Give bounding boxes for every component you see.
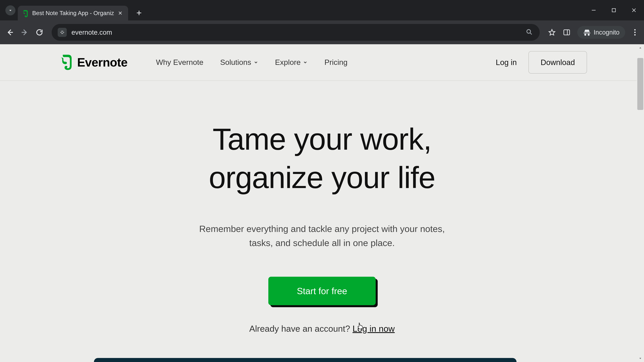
- svg-rect-0: [612, 8, 616, 12]
- incognito-label: Incognito: [594, 29, 620, 36]
- cta-wrap: Start for free: [268, 277, 376, 305]
- chevron-down-icon: [303, 60, 308, 65]
- svg-point-4: [634, 32, 636, 33]
- scroll-up-icon[interactable]: [636, 44, 644, 52]
- chevron-down-icon: [254, 60, 258, 65]
- window-close-button[interactable]: [624, 0, 644, 20]
- hero-heading: Tame your work, organize your life: [0, 120, 644, 197]
- window-maximize-button[interactable]: [604, 0, 624, 20]
- hero-sub-line1: Remember everything and tackle any proje…: [199, 224, 445, 234]
- nav-label: Explore: [275, 58, 301, 67]
- nav-explore[interactable]: Explore: [275, 58, 308, 67]
- forward-button[interactable]: [19, 26, 30, 38]
- nav-solutions[interactable]: Solutions: [220, 58, 258, 67]
- window-controls: [584, 0, 644, 20]
- svg-point-3: [634, 29, 636, 30]
- hero-image-peek: [94, 358, 516, 362]
- window-minimize-button[interactable]: [584, 0, 604, 20]
- evernote-logo[interactable]: Evernote: [59, 54, 128, 70]
- page-viewport: Evernote Why Evernote Solutions Explore …: [0, 44, 644, 362]
- url-text: evernote.com: [72, 29, 521, 36]
- hero-line1: Tame your work,: [212, 122, 431, 156]
- new-tab-button[interactable]: [135, 9, 143, 17]
- logo-text: Evernote: [77, 55, 128, 69]
- scroll-track[interactable]: [636, 52, 644, 355]
- nav-pricing[interactable]: Pricing: [324, 58, 348, 67]
- already-prefix: Already have an account?: [249, 324, 352, 334]
- reload-button[interactable]: [34, 26, 45, 38]
- main-nav: Why Evernote Solutions Explore Pricing: [156, 58, 348, 67]
- incognito-icon: [583, 28, 591, 36]
- hero-sub-line2: tasks, and schedule all in one place.: [249, 238, 395, 248]
- nav-label: Solutions: [220, 58, 251, 67]
- nav-why-evernote[interactable]: Why Evernote: [156, 58, 204, 67]
- elephant-icon: [59, 54, 73, 70]
- back-button[interactable]: [4, 26, 16, 38]
- svg-point-1: [527, 29, 530, 33]
- already-account-text: Already have an account? Log in now: [0, 324, 644, 334]
- titlebar: Best Note Taking App - Organiz: [0, 0, 644, 20]
- browser-tab[interactable]: Best Note Taking App - Organiz: [18, 6, 128, 20]
- site-header: Evernote Why Evernote Solutions Explore …: [0, 44, 644, 81]
- hero-line2: organize your life: [209, 160, 435, 195]
- tab-title: Best Note Taking App - Organiz: [32, 10, 114, 16]
- browser-menu-button[interactable]: [630, 29, 640, 36]
- search-in-page-icon[interactable]: [526, 28, 534, 36]
- favicon-evernote-icon: [22, 9, 29, 16]
- svg-point-5: [634, 34, 636, 35]
- hero: Tame your work, organize your life Remem…: [0, 81, 644, 334]
- incognito-badge[interactable]: Incognito: [577, 26, 625, 39]
- download-button[interactable]: Download: [528, 51, 587, 73]
- svg-rect-2: [564, 30, 570, 35]
- browser-toolbar: evernote.com Incognito: [0, 20, 644, 44]
- scroll-down-icon[interactable]: [636, 355, 644, 362]
- tab-search-dropdown[interactable]: [5, 5, 16, 15]
- side-panel-icon[interactable]: [561, 26, 572, 38]
- nav-label: Why Evernote: [156, 58, 204, 67]
- login-now-link[interactable]: Log in now: [352, 324, 395, 334]
- vertical-scrollbar[interactable]: [636, 44, 644, 362]
- header-right: Log in Download: [496, 51, 587, 73]
- login-link[interactable]: Log in: [496, 58, 517, 67]
- scroll-thumb[interactable]: [637, 58, 643, 110]
- hero-subtext: Remember everything and tackle any proje…: [0, 222, 644, 250]
- tab-close-icon[interactable]: [118, 10, 123, 16]
- bookmark-star-icon[interactable]: [546, 26, 558, 38]
- start-for-free-button[interactable]: Start for free: [268, 277, 376, 305]
- address-bar[interactable]: evernote.com: [52, 24, 540, 41]
- nav-label: Pricing: [324, 58, 348, 67]
- site-info-icon[interactable]: [58, 28, 67, 37]
